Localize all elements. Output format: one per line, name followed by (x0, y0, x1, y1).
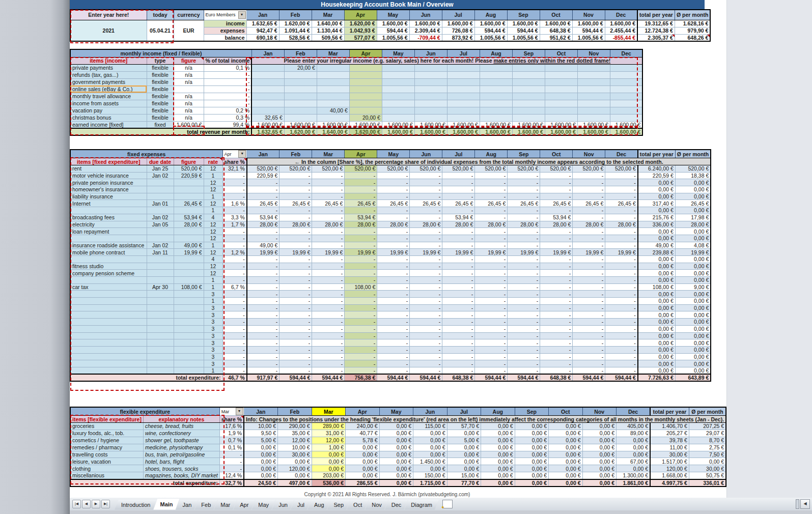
fixed-month-value[interactable]: - (410, 277, 442, 284)
fixed-month-value[interactable]: - (247, 277, 279, 284)
income-figure-value[interactable]: n/a (174, 93, 204, 100)
fixed-month-value[interactable]: - (573, 346, 605, 353)
fixed-avg-per-month[interactable]: 0,00 € (675, 291, 711, 298)
flex-month-value[interactable]: 0,00 € (346, 451, 380, 458)
income-month-value[interactable]: 1.600,00 € (512, 121, 545, 128)
income-month-value[interactable] (610, 64, 642, 71)
fixed-figure-value[interactable] (174, 277, 204, 284)
due-date-value[interactable] (147, 360, 174, 367)
fixed-month-value[interactable]: - (377, 255, 410, 263)
fixed-month-value[interactable]: 19,99 € (605, 249, 638, 256)
fixed-total-per-year[interactable]: 0,00 € (638, 325, 675, 332)
flex-month-value[interactable]: 0,00 € (481, 472, 515, 479)
income-pct-value[interactable]: - (204, 78, 251, 85)
income-month-value[interactable] (414, 100, 447, 107)
rate-value[interactable]: 12 (204, 228, 222, 235)
tab-jul[interactable]: Jul (291, 500, 311, 510)
fixed-month-value[interactable]: - (279, 346, 312, 353)
fixed-month-value[interactable]: - (508, 235, 540, 242)
flex-month-value[interactable]: 0,00 € (447, 458, 481, 465)
income-month-value[interactable]: 1.600,00 € (605, 20, 637, 27)
fixed-month-value[interactable]: - (573, 360, 605, 367)
income-pct-value[interactable]: - (204, 93, 251, 100)
income-month-value[interactable] (382, 93, 414, 100)
chevron-down-icon[interactable]: ▼ (238, 150, 246, 158)
fixed-month-value[interactable]: - (247, 339, 279, 347)
income-total-month-value[interactable]: 1.600,00 € (545, 128, 577, 135)
balance-month-value[interactable]: -709,44 € (409, 34, 442, 41)
fixed-month-value[interactable]: - (312, 193, 345, 200)
fixed-month-value[interactable]: - (345, 228, 377, 235)
fixed-month-value[interactable]: - (540, 360, 573, 367)
fixed-avg-per-month[interactable]: 0,00 € (675, 207, 711, 214)
fixed-month-value[interactable]: - (573, 214, 605, 221)
flex-month-value[interactable]: 0,00 € (515, 451, 549, 458)
fixed-month-value[interactable]: - (573, 291, 605, 298)
fixed-month-value[interactable]: - (279, 339, 312, 347)
fixed-month-value[interactable]: - (377, 332, 410, 339)
fixed-month-value[interactable]: - (605, 360, 638, 367)
fixed-month-value[interactable]: - (508, 319, 540, 326)
fixed-month-value[interactable]: - (508, 283, 540, 291)
fixed-month-value[interactable]: - (345, 291, 377, 298)
fixed-avg-per-month[interactable]: 18,38 € (675, 172, 711, 179)
fixed-avg-per-month[interactable]: 4,08 € (675, 242, 711, 249)
fixed-avg-per-month[interactable]: 0,00 € (675, 228, 711, 235)
income-total-month-value[interactable]: 1.600,00 € (382, 128, 414, 135)
tab-oct[interactable]: Oct (347, 500, 369, 510)
fixed-month-value[interactable]: - (410, 214, 442, 221)
tab-mar[interactable]: Mar (214, 500, 237, 510)
fixed-month-value[interactable]: - (377, 339, 410, 347)
fixed-month-value[interactable]: 26,45 € (475, 200, 508, 207)
fixed-month-value[interactable]: - (573, 263, 605, 270)
fixed-total-avg[interactable]: 643,89 € (675, 374, 711, 381)
fixed-month-value[interactable]: - (279, 360, 312, 367)
fixed-month-value[interactable]: - (377, 207, 410, 214)
flex-month-value[interactable]: 0,00 € (582, 451, 617, 458)
flex-month-value[interactable]: 0,00 € (379, 465, 413, 472)
fixed-month-value[interactable]: - (442, 311, 475, 319)
fixed-month-value[interactable]: 520,00 € (508, 165, 540, 173)
fixed-figure-value[interactable] (174, 298, 204, 305)
fixed-month-value[interactable]: - (410, 283, 442, 291)
fixed-month-value[interactable]: - (410, 346, 442, 353)
fixed-month-value[interactable]: 26,45 € (312, 200, 345, 207)
income-month-value[interactable]: 1.600,00 € (572, 20, 605, 27)
fixed-month-value[interactable]: - (247, 325, 279, 332)
flex-total-per-year[interactable]: 1.668,00 € (650, 472, 689, 479)
fixed-month-value[interactable]: - (475, 270, 508, 277)
fixed-month-value[interactable]: 26,45 € (573, 200, 605, 207)
fixed-month-value[interactable]: - (540, 228, 573, 235)
fixed-month-value[interactable]: - (540, 193, 573, 200)
fixed-month-value[interactable]: - (279, 367, 312, 374)
fixed-month-value[interactable]: - (410, 179, 442, 186)
fixed-month-value[interactable]: - (475, 228, 508, 235)
income-month-value[interactable] (480, 114, 512, 121)
flex-total-month-value[interactable]: 24,50 € (244, 479, 278, 487)
income-month-value[interactable] (382, 85, 414, 93)
income-month-value[interactable]: 1.600,00 € (480, 121, 512, 128)
tab-may[interactable]: May (251, 500, 275, 510)
income-month-value[interactable]: 1.600,00 € (540, 20, 572, 27)
income-month-value[interactable]: 1.600,00 € (545, 121, 577, 128)
fixed-month-value[interactable]: - (605, 263, 638, 270)
share-pct-value[interactable]: - (222, 311, 247, 319)
fixed-month-value[interactable]: - (605, 193, 638, 200)
flex-month-value[interactable]: 0,00 € (549, 472, 583, 479)
fixed-figure-value[interactable] (174, 304, 204, 311)
tab-introduction[interactable]: Introduction (115, 500, 157, 510)
income-month-value[interactable] (480, 64, 512, 71)
income-month-value[interactable] (610, 85, 642, 93)
flex-month-value[interactable]: 240,00 € (346, 423, 380, 430)
tab-scroll-icon[interactable]: |◀ (72, 500, 81, 508)
income-month-value[interactable] (284, 107, 317, 114)
share-pct-value[interactable]: 6,7 % (222, 283, 247, 291)
income-month-value[interactable] (512, 64, 545, 71)
fixed-month-value[interactable]: - (540, 291, 573, 298)
income-month-value[interactable] (512, 93, 545, 100)
fixed-month-value[interactable]: - (508, 214, 540, 221)
fixed-month-value[interactable]: - (442, 346, 475, 353)
fixed-month-value[interactable]: - (605, 283, 638, 291)
flex-total-month-value[interactable]: 286,55 € (346, 479, 380, 487)
flex-month-value[interactable]: 0,00 € (549, 437, 583, 444)
